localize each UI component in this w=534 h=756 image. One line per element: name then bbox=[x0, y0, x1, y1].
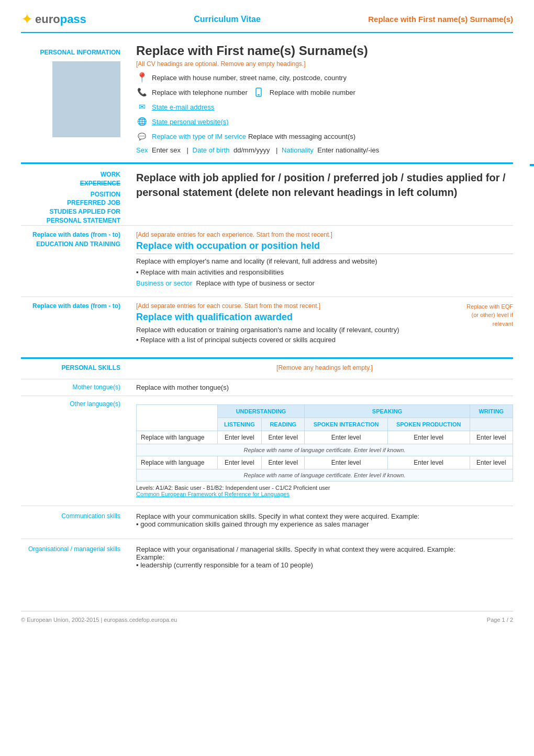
writing-group-header: WRITING bbox=[470, 404, 513, 418]
lang2-name: Replace with language bbox=[137, 456, 218, 469]
svg-rect-1 bbox=[258, 94, 260, 95]
communication-example: ▪ good communication skills gained throu… bbox=[136, 520, 369, 528]
communication-text: Replace with your communication skills. … bbox=[136, 512, 419, 520]
website-line: 🌐 State personal website(s) bbox=[136, 116, 513, 127]
lang2-cert: Replace with name of language certificat… bbox=[137, 469, 513, 481]
mother-tongue-text: Replace with mother tongue(s) bbox=[136, 384, 229, 391]
lang1-spoken-production: Enter level bbox=[387, 431, 470, 444]
speaking-group-header: SPEAKING bbox=[305, 404, 470, 418]
lang1-cert: Replace with name of language certificat… bbox=[137, 444, 513, 456]
eqf-sub2-text: relevant bbox=[493, 321, 513, 327]
work-experience-label-col: WORK EXPERIENCE POSITION PREFERRED JOB S… bbox=[21, 164, 126, 225]
org-skills-example1: Example: bbox=[136, 553, 164, 561]
dates-work-label: Replace with dates (from - to) EDUCATION… bbox=[21, 226, 126, 294]
lang2-cert-row: Replace with name of language certificat… bbox=[137, 469, 513, 481]
education-section: Replace with dates (from - to) [Add sepa… bbox=[21, 297, 513, 349]
phone-separator bbox=[254, 87, 263, 97]
eqf-sub-text: (or other) level if bbox=[472, 312, 513, 318]
mother-tongue-label-col: Mother tongue(s) bbox=[21, 379, 126, 396]
logo-star-icon: ✦ bbox=[21, 10, 33, 28]
personal-content-col: Replace with First name(s) Surname(s) [A… bbox=[126, 43, 513, 154]
levels-text: Levels: A1/A2: Basic user - B1/B2: Indep… bbox=[136, 485, 330, 491]
im-service-text: Replace with type of IM service bbox=[152, 133, 246, 140]
sex-value: Enter sex bbox=[152, 146, 181, 154]
employer-text: Replace with employer's name and localit… bbox=[136, 257, 513, 265]
personal-skills-label-col: PERSONAL SKILLS bbox=[21, 359, 126, 379]
logo: ✦ europass bbox=[21, 10, 86, 28]
other-lang-label: Other language(s) bbox=[21, 400, 120, 408]
optional-note: [All CV headings are optional. Remove an… bbox=[136, 60, 513, 68]
dob-value: dd/mm/yyyy bbox=[233, 146, 270, 154]
levels-note: Levels: A1/A2: Basic user - B1/B2: Indep… bbox=[136, 485, 513, 497]
email-icon: ✉ bbox=[136, 101, 148, 113]
org-skills-content: Replace with your organisational / manag… bbox=[126, 539, 513, 579]
phone-icon: 📞 bbox=[136, 86, 148, 98]
cv-title: Curriculum Vitae bbox=[194, 15, 261, 24]
dob-label: Date of birth bbox=[193, 146, 230, 154]
education-content: [Add separate entries for each course. S… bbox=[126, 297, 450, 349]
writing-sub-header bbox=[470, 418, 513, 431]
work-experience-content: Replace with job applied for / position … bbox=[126, 164, 513, 225]
education-training-label: EDUCATION AND TRAINING bbox=[21, 240, 120, 248]
job-title: Replace with job applied for / position … bbox=[136, 170, 513, 200]
address-line: 📍 Replace with house number, street name… bbox=[136, 72, 513, 83]
lang2-listening: Enter level bbox=[217, 456, 262, 469]
business-sector-line: Business or sector Replace with type of … bbox=[136, 279, 513, 287]
email-line: ✉ State e-mail address bbox=[136, 101, 513, 113]
telephone-text: Replace with telephone number bbox=[152, 89, 248, 96]
website-text[interactable]: State personal website(s) bbox=[152, 118, 229, 126]
communication-skills-section: Communication skills Replace with your c… bbox=[21, 506, 513, 534]
qual-title: Replace with qualification awarded bbox=[136, 312, 450, 323]
work-label-2: EXPERIENCE bbox=[21, 179, 120, 188]
language-table: UNDERSTANDING SPEAKING WRITING Listening… bbox=[136, 404, 513, 481]
communication-label: Communication skills bbox=[21, 512, 120, 520]
sex-label: Sex bbox=[136, 146, 148, 154]
work-entries-content: [Add separate entries for each experienc… bbox=[126, 226, 513, 294]
work-experience-section: WORK EXPERIENCE POSITION PREFERRED JOB S… bbox=[21, 162, 513, 225]
logo-euro-text: europass bbox=[35, 13, 86, 26]
education-dates-col: Replace with dates (from - to) bbox=[21, 297, 126, 349]
eqf-col: Replace with EQF (or other) level if rel… bbox=[450, 297, 513, 349]
personal-skills-section: PERSONAL SKILLS [Remove any headings lef… bbox=[21, 357, 513, 379]
lang-row-2: Replace with language Enter level Enter … bbox=[137, 456, 513, 469]
occupation-title: Replace with occupation or position held bbox=[136, 240, 513, 254]
lang1-reading: Enter level bbox=[262, 431, 305, 444]
work-entries-section: Replace with dates (from - to) EDUCATION… bbox=[21, 225, 513, 294]
email-text[interactable]: State e-mail address bbox=[152, 103, 214, 111]
edu-add-entries-note: [Add separate entries for each course. S… bbox=[136, 302, 450, 310]
org-skills-label-col: Organisational / managerial skills bbox=[21, 539, 126, 579]
org-skills-label: Organisational / managerial skills bbox=[21, 545, 120, 553]
mother-tongue-section: Mother tongue(s) Replace with mother ton… bbox=[21, 379, 513, 396]
personal-info-section: PERSONAL INFORMATION Replace with First … bbox=[21, 43, 513, 154]
work-label-studies: STUDIES APPLIED FOR bbox=[21, 207, 120, 216]
header-name: Replace with First name(s) Surname(s) bbox=[368, 15, 513, 24]
edu-subjects: ▪ Replace with a list of principal subje… bbox=[136, 336, 450, 344]
location-icon: 📍 bbox=[136, 72, 148, 83]
replace-dates-label: Replace with dates (from - to) bbox=[21, 231, 120, 238]
org-skills-text: Replace with your organisational / manag… bbox=[136, 545, 455, 553]
communication-content: Replace with your communication skills. … bbox=[126, 506, 513, 534]
eqf-label: Replace with EQF (or other) level if rel… bbox=[455, 302, 513, 328]
eqf-text: Replace with EQF bbox=[466, 303, 513, 310]
other-lang-label-col: Other language(s) bbox=[21, 396, 126, 501]
im-account-text: Replace with messaging account(s) bbox=[248, 133, 355, 140]
lang1-cert-row: Replace with name of language certificat… bbox=[137, 444, 513, 456]
photo-placeholder bbox=[52, 61, 120, 137]
listening-header: Listening bbox=[217, 418, 262, 431]
spoken-production-header: Spoken production bbox=[387, 418, 470, 431]
im-icon: 💬 bbox=[136, 130, 148, 142]
lang1-writing: Enter level bbox=[470, 431, 513, 444]
website-icon: 🌐 bbox=[136, 116, 148, 127]
mobile-text: Replace with mobile number bbox=[270, 89, 355, 96]
personal-skills-label: PERSONAL SKILLS bbox=[21, 364, 120, 371]
cefr-link[interactable]: Common European Framework of Reference f… bbox=[136, 491, 290, 497]
lang-row-1: Replace with language Enter level Enter … bbox=[137, 431, 513, 444]
personal-skills-content: [Remove any headings left empty.] bbox=[126, 359, 513, 379]
header: ✦ europass Curriculum Vitae Replace with… bbox=[21, 10, 513, 33]
add-entries-note: [Add separate entries for each experienc… bbox=[136, 231, 513, 238]
mother-tongue-label: Mother tongue(s) bbox=[21, 384, 120, 391]
communication-label-col: Communication skills bbox=[21, 506, 126, 534]
footer-text: © European Union, 2002-2015 | europass.c… bbox=[21, 617, 177, 623]
lang1-spoken-interaction: Enter level bbox=[305, 431, 387, 444]
reading-header: Reading bbox=[262, 418, 305, 431]
